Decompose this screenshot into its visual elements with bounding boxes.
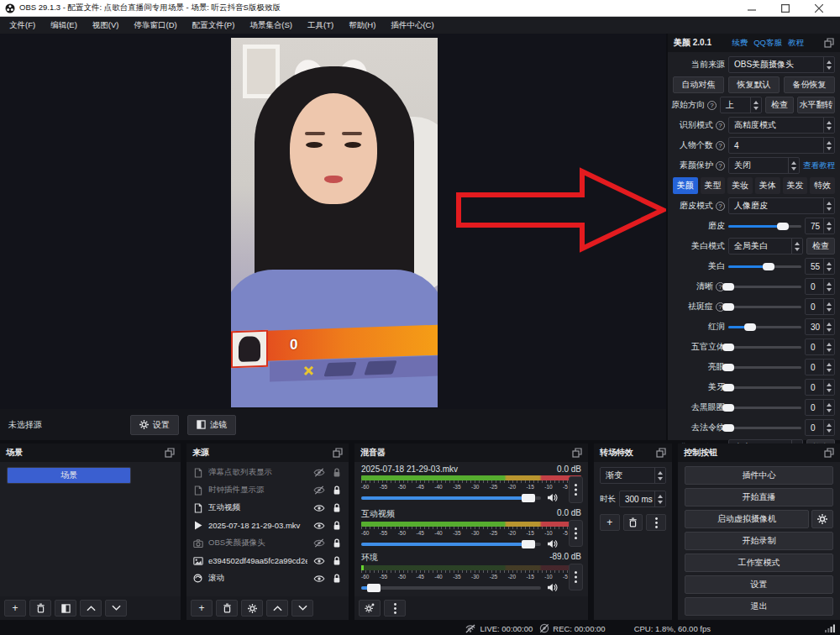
beauty-slider[interactable]: [728, 265, 801, 268]
visibility-eye-slash-icon[interactable]: [312, 485, 326, 495]
source-row[interactable]: OBS美颜摄像头: [186, 534, 349, 552]
control-button[interactable]: 工作室模式: [685, 554, 833, 572]
white-mode-select[interactable]: 全局美白: [728, 238, 803, 255]
menu-item[interactable]: 视图(V): [85, 17, 127, 34]
remove-source-button[interactable]: [216, 600, 238, 617]
remove-transition-button[interactable]: [623, 514, 643, 531]
smooth-mode-select[interactable]: 人像磨皮: [728, 197, 835, 214]
add-scene-button[interactable]: +: [4, 600, 26, 617]
help-icon[interactable]: ?: [716, 202, 725, 211]
virtual-cam-settings-button[interactable]: [811, 510, 833, 528]
beauty-action-button[interactable]: 自动对焦: [673, 76, 724, 93]
beauty-action-button[interactable]: 恢复默认: [728, 76, 780, 93]
makeup-protect-select[interactable]: 关闭: [728, 157, 800, 174]
menu-item[interactable]: 文件(F): [2, 17, 43, 34]
control-button[interactable]: 开始录制: [685, 532, 833, 550]
lock-icon[interactable]: [331, 520, 343, 531]
maximize-button[interactable]: [776, 2, 795, 15]
person-count-spinbox[interactable]: 4: [728, 137, 835, 154]
popout-icon[interactable]: [824, 448, 834, 458]
beauty-header-link[interactable]: 教程: [788, 38, 804, 49]
speaker-icon[interactable]: [547, 493, 558, 502]
popout-icon[interactable]: [656, 448, 666, 458]
transition-type-select[interactable]: 渐变: [600, 467, 666, 484]
duration-spinbox[interactable]: 300 ms: [619, 491, 666, 507]
menu-item[interactable]: 插件中心(C): [383, 17, 441, 34]
horizontal-flip-button[interactable]: 水平翻转: [797, 97, 835, 113]
remove-scene-button[interactable]: [29, 600, 51, 617]
help-icon[interactable]: ?: [707, 101, 717, 110]
orientation-select[interactable]: 上: [720, 97, 762, 113]
mixer-options-button[interactable]: [384, 600, 406, 617]
menu-item[interactable]: 配置文件(P): [185, 17, 243, 34]
scene-item[interactable]: 场景: [7, 467, 131, 484]
beauty-tab[interactable]: 美发: [783, 177, 808, 194]
source-properties-button[interactable]: [241, 600, 263, 617]
tutorial-link[interactable]: 查看教程: [803, 160, 835, 171]
source-row[interactable]: 时钟插件显示源: [186, 481, 349, 499]
scene-filters-button[interactable]: [55, 600, 76, 617]
help-icon[interactable]: ?: [716, 141, 725, 150]
visibility-eye-icon[interactable]: [312, 557, 326, 565]
menu-item[interactable]: 帮助(H): [341, 17, 383, 34]
white-mode-check-button[interactable]: 检查: [806, 238, 835, 255]
source-filters-button[interactable]: 滤镜: [187, 415, 236, 435]
menu-item[interactable]: 编辑(E): [43, 17, 85, 34]
advanced-audio-button[interactable]: [359, 600, 381, 617]
transition-options-button[interactable]: [646, 514, 666, 531]
channel-options-button[interactable]: [569, 476, 583, 503]
beauty-slider[interactable]: [728, 386, 801, 389]
speaker-icon[interactable]: [547, 583, 558, 592]
lock-icon[interactable]: [331, 555, 343, 566]
popout-icon[interactable]: [824, 38, 834, 48]
scene-move-down-button[interactable]: [105, 600, 127, 617]
beauty-action-button[interactable]: 备份恢复: [784, 76, 835, 93]
menu-item[interactable]: 工具(T): [300, 17, 341, 34]
source-row[interactable]: 互动视频: [186, 499, 349, 517]
visibility-eye-slash-icon[interactable]: [312, 468, 326, 477]
add-source-button[interactable]: +: [191, 600, 213, 617]
lock-icon[interactable]: [331, 573, 343, 584]
slider-value-spinbox[interactable]: 55: [805, 258, 835, 275]
beauty-slider[interactable]: [728, 407, 801, 409]
beauty-tab[interactable]: 美体: [755, 177, 780, 194]
lock-icon[interactable]: [331, 467, 343, 478]
menu-item[interactable]: 场景集合(S): [242, 17, 300, 34]
slider-value-spinbox[interactable]: 0: [805, 399, 835, 416]
beauty-slider[interactable]: [728, 286, 801, 288]
popout-icon[interactable]: [333, 448, 343, 458]
source-move-up-button[interactable]: [266, 600, 288, 617]
visibility-eye-icon[interactable]: [312, 575, 326, 583]
orientation-check-button[interactable]: 检查: [765, 97, 794, 113]
add-transition-button[interactable]: +: [600, 514, 620, 531]
help-icon[interactable]: ?: [716, 161, 725, 171]
close-button[interactable]: [810, 2, 828, 15]
beauty-slider[interactable]: [728, 225, 801, 228]
beauty-slider[interactable]: [728, 427, 801, 429]
slider-value-spinbox[interactable]: 0: [805, 338, 835, 355]
beauty-slider[interactable]: [728, 346, 801, 349]
lock-icon[interactable]: [331, 502, 343, 513]
beauty-tab[interactable]: 美颜: [673, 177, 698, 194]
source-settings-button[interactable]: 设置: [130, 415, 179, 435]
minimize-button[interactable]: [743, 2, 761, 15]
current-source-select[interactable]: OBS美颜摄像头: [728, 56, 835, 73]
channel-options-button[interactable]: [569, 564, 583, 590]
beauty-tab[interactable]: 特效: [810, 177, 835, 194]
control-button[interactable]: 启动虚拟摄像机: [685, 510, 809, 528]
volume-slider[interactable]: [361, 586, 541, 590]
control-button[interactable]: 设置: [685, 575, 833, 594]
source-row[interactable]: 弹幕点歌列表显示: [186, 464, 349, 481]
help-icon[interactable]: ?: [716, 121, 725, 130]
slider-value-spinbox[interactable]: 0: [805, 359, 835, 375]
detect-mode-select[interactable]: 高精度模式: [728, 117, 835, 134]
slider-value-spinbox[interactable]: 0: [805, 278, 835, 295]
volume-slider[interactable]: [361, 543, 541, 546]
channel-options-button[interactable]: [569, 520, 583, 547]
menu-item[interactable]: 停靠窗口(D): [126, 17, 184, 34]
visibility-eye-icon[interactable]: [312, 522, 326, 530]
slider-value-spinbox[interactable]: 0: [805, 379, 835, 396]
lock-icon[interactable]: [331, 538, 343, 548]
control-button[interactable]: 退出: [685, 597, 833, 616]
control-button[interactable]: 开始直播: [685, 488, 833, 506]
